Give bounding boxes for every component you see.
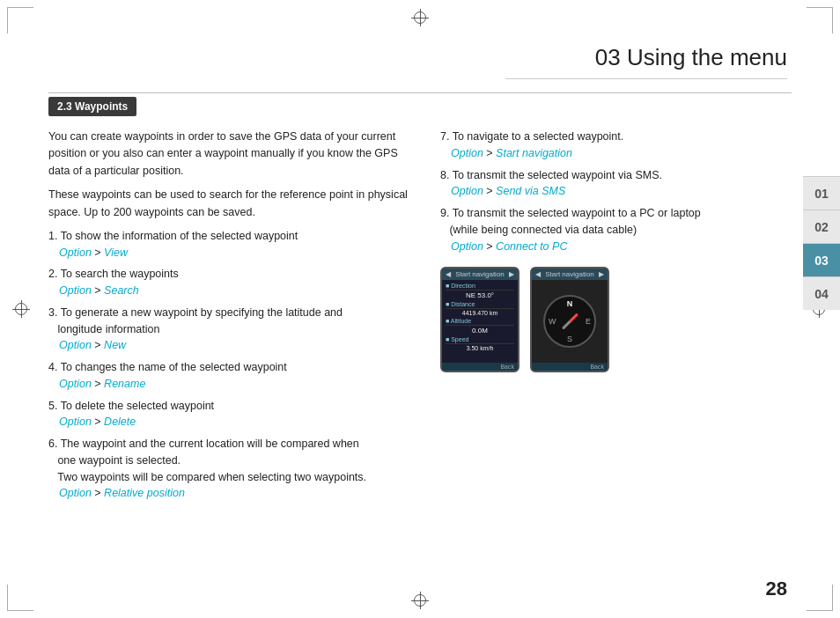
action-word-5: Delete (104, 416, 136, 428)
item-8-separator: > (486, 185, 496, 197)
speed-label: ■ Speed (446, 336, 468, 342)
action-word-9: Connect to PC (496, 240, 567, 253)
screen1-row-altitude: ■ Altitude (446, 317, 514, 326)
section-04: 04 (803, 276, 840, 310)
screen1-row-distance: ■ Distance (446, 300, 514, 309)
page-header: 03 Using the menu (505, 44, 787, 79)
item-4-text: 4. To changes the name of the selected w… (48, 361, 287, 373)
action-word-8: Send via SMS (496, 185, 565, 197)
item-5-option: Option > Delete (59, 416, 136, 428)
item-4-option: Option > Rename (59, 378, 145, 390)
screen2-title: Start navigation (545, 270, 594, 278)
device-screen-2: ◀ Start navigation ▶ N S E W Back (530, 267, 609, 372)
list-item-6: 6. The waypoint and the current location… (48, 436, 414, 502)
page-title: 03 Using the menu (505, 44, 787, 79)
direction-label: ■ Direction (446, 283, 475, 289)
item-1-text: 1. To show the information of the select… (48, 230, 298, 242)
screen1-body: ■ Direction NE 53.0° ■ Distance 4419.470… (442, 280, 518, 363)
screen1-row-speed: ■ Speed (446, 335, 514, 344)
device-screen-1: ◀ Start navigation ▶ ■ Direction NE 53.0… (440, 267, 519, 372)
list-item-9: 9. To transmit the selected waypoint to … (440, 205, 792, 254)
compass-west: W (549, 317, 556, 326)
device-screenshots: ◀ Start navigation ▶ ■ Direction NE 53.0… (440, 267, 792, 372)
two-column-layout: You can create waypoints in order to sav… (48, 129, 792, 507)
item-6-text: 6. The waypoint and the current location… (48, 438, 359, 467)
option-word-6: Option (59, 487, 92, 499)
crosshair-left (12, 300, 30, 318)
item-2-text: 2. To search the waypoints (48, 268, 179, 280)
item-8-option: Option > Send via SMS (451, 185, 565, 197)
section-bar: 01 02 03 04 (803, 176, 840, 310)
intro-text-2: These waypoints can be used to search fo… (48, 187, 414, 221)
action-word-4: Rename (104, 378, 145, 390)
screen1-footer: Back (442, 363, 518, 371)
corner-top-right (807, 7, 833, 33)
screen1-back-arrow: ◀ (446, 270, 451, 278)
compass-east: E (586, 317, 591, 326)
section-02: 02 (803, 210, 840, 243)
option-word-9: Option (451, 240, 483, 253)
option-word-4: Option (59, 378, 92, 390)
item-7-text: 7. To navigate to a selected waypoint. (440, 130, 623, 143)
item-8-text: 8. To transmit the selected waypoint via… (440, 169, 662, 181)
compass-circle: N S E W (543, 295, 596, 348)
item-4-separator: > (94, 378, 104, 390)
option-word-2: Option (59, 284, 92, 297)
option-word-7: Option (451, 147, 483, 159)
item-9-text: 9. To transmit the selected waypoint to … (440, 207, 701, 236)
item-1-option: Option > View (59, 246, 128, 259)
screen2-fwd-arrow: ▶ (599, 270, 604, 278)
compass-south: S (567, 335, 572, 343)
list-item-5: 5. To delete the selected waypoint Optio… (48, 398, 414, 431)
item-5-separator: > (94, 416, 104, 428)
list-item-2: 2. To search the waypoints Option > Sear… (48, 266, 414, 299)
screen1-header: ◀ Start navigation ▶ (442, 269, 518, 280)
screen1-fwd-arrow: ▶ (509, 270, 514, 278)
option-word-5: Option (59, 416, 92, 428)
direction-value: NE 53.0° (446, 291, 514, 300)
section-01: 01 (803, 176, 840, 210)
option-word-8: Option (451, 185, 483, 197)
corner-top-left (7, 7, 33, 33)
distance-label: ■ Distance (446, 301, 475, 307)
list-item-3: 3. To generate a new waypoint by specify… (48, 305, 414, 354)
item-9-separator: > (486, 240, 496, 253)
item-3-option: Option > New (59, 339, 126, 351)
item-9-option: Option > Connect to PC (451, 240, 567, 253)
item-1-separator: > (94, 246, 104, 259)
compass-north: N (567, 299, 573, 308)
page-number: 28 (766, 578, 787, 600)
section-heading: 2.3 Waypoints (48, 97, 136, 116)
item-6-text2: Two waypoints will be compared when sele… (48, 471, 366, 483)
item-6-separator: > (94, 487, 104, 499)
item-5-text: 5. To delete the selected waypoint (48, 400, 214, 412)
screen1-row-direction: ■ Direction (446, 282, 514, 291)
main-content: 2.3 Waypoints You can create waypoints i… (48, 97, 792, 570)
speed-value: 3.50 km/h (446, 344, 514, 352)
crosshair-top (411, 9, 429, 26)
altitude-label: ■ Altitude (446, 318, 471, 324)
option-word-1: Option (59, 246, 92, 259)
screen2-footer: Back (532, 363, 608, 371)
screen1-title: Start navigation (455, 270, 505, 278)
action-word-1: View (104, 246, 128, 259)
list-item-1: 1. To show the information of the select… (48, 228, 414, 261)
left-column: You can create waypoints in order to sav… (48, 129, 414, 507)
option-word-3: Option (59, 339, 92, 351)
item-6-option: Option > Relative position (59, 487, 185, 499)
header-divider (48, 92, 792, 93)
screen2-header: ◀ Start navigation ▶ (532, 269, 608, 280)
action-word-2: Search (104, 284, 139, 297)
list-item-8: 8. To transmit the selected waypoint via… (440, 167, 792, 201)
intro-text-1: You can create waypoints in order to sav… (48, 129, 414, 180)
list-item-4: 4. To changes the name of the selected w… (48, 359, 414, 393)
action-word-6: Relative position (104, 487, 185, 499)
item-7-separator: > (486, 147, 496, 159)
screen2-back-arrow: ◀ (535, 270, 541, 278)
action-word-7: Start navigation (496, 147, 572, 159)
compass-needle (561, 313, 578, 330)
item-2-option: Option > Search (59, 284, 139, 297)
section-03-active: 03 (803, 243, 840, 276)
right-column: 7. To navigate to a selected waypoint. O… (440, 129, 792, 507)
list-item-7: 7. To navigate to a selected waypoint. O… (440, 129, 792, 162)
